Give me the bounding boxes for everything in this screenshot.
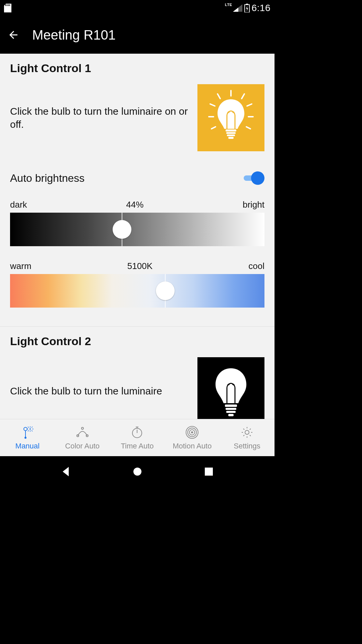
tab-label: Time Auto — [121, 442, 154, 450]
tab-settings[interactable]: Settings — [220, 419, 275, 456]
system-recent-button[interactable] — [203, 466, 215, 479]
status-bar: LTE 6:16 — [0, 0, 275, 16]
bulb-on-icon — [207, 89, 254, 146]
svg-rect-1 — [7, 4, 7, 6]
temperature-value: 5100K — [32, 261, 249, 271]
tab-label: Motion Auto — [173, 442, 212, 450]
bulb-instruction: Click the bulb to turn the luminaire on … — [10, 105, 189, 131]
svg-rect-18 — [228, 137, 234, 139]
svg-rect-0 — [5, 4, 6, 6]
temperature-slider[interactable] — [10, 274, 264, 308]
svg-line-13 — [212, 127, 216, 129]
signal-icon — [233, 4, 242, 12]
svg-point-26 — [29, 428, 31, 430]
svg-line-8 — [242, 94, 244, 99]
svg-rect-21 — [226, 411, 236, 413]
page-title: Meeting R101 — [32, 28, 116, 43]
tab-manual[interactable]: Manual — [0, 419, 55, 456]
auto-brightness-label: Auto brightness — [10, 172, 244, 184]
svg-rect-3 — [9, 4, 10, 6]
bulb-toggle-off-button[interactable] — [197, 357, 264, 419]
tab-motion-auto[interactable]: Motion Auto — [165, 419, 220, 456]
svg-line-9 — [210, 104, 215, 106]
tab-label: Color Auto — [65, 442, 100, 450]
motion-auto-icon — [185, 425, 199, 440]
svg-rect-19 — [225, 405, 237, 407]
light-control-1-section: Light Control 1 Click the bulb to turn t… — [0, 54, 275, 308]
temperature-thumb[interactable] — [156, 281, 175, 300]
svg-rect-22 — [228, 414, 234, 416]
svg-rect-20 — [226, 408, 236, 410]
gear-icon — [240, 425, 254, 440]
temperature-max-label: cool — [248, 261, 264, 271]
tab-time-auto[interactable]: Time Auto — [110, 419, 165, 456]
svg-point-23 — [24, 427, 27, 431]
tab-label: Manual — [15, 442, 40, 450]
svg-point-38 — [245, 430, 249, 434]
arrow-left-icon — [7, 29, 19, 41]
tab-label: Settings — [234, 442, 260, 450]
section-title: Light Control 2 — [10, 335, 264, 348]
back-button[interactable] — [5, 27, 21, 43]
light-control-2-section: Light Control 2 Click the bulb to turn t… — [0, 327, 275, 419]
content-scroll[interactable]: Light Control 1 Click the bulb to turn t… — [0, 54, 275, 419]
clock: 6:16 — [252, 3, 271, 13]
auto-brightness-toggle[interactable] — [244, 171, 264, 185]
temperature-slider-block: warm 5100K cool — [10, 261, 264, 308]
sd-card-icon — [4, 4, 11, 12]
battery-charging-icon — [244, 4, 250, 12]
system-nav-bar — [0, 456, 275, 488]
svg-point-29 — [81, 427, 83, 429]
svg-rect-15 — [226, 129, 236, 131]
bottom-nav: Manual Color Auto Time Auto Motion Auto … — [0, 419, 275, 456]
network-type: LTE — [225, 3, 232, 7]
auto-brightness-row: Auto brightness — [10, 171, 264, 185]
brightness-thumb[interactable] — [113, 220, 131, 239]
app-bar: Meeting R101 — [0, 16, 275, 54]
svg-rect-2 — [8, 4, 9, 6]
svg-point-34 — [191, 431, 193, 433]
brightness-value: 44% — [27, 200, 243, 210]
svg-point-27 — [77, 435, 79, 437]
bulb-off-icon — [207, 362, 254, 419]
svg-rect-17 — [227, 135, 235, 136]
svg-line-14 — [246, 127, 250, 129]
bulb-instruction: Click the bulb to turn the luminaire — [10, 384, 189, 397]
time-auto-icon — [130, 425, 144, 440]
tab-color-auto[interactable]: Color Auto — [55, 419, 110, 456]
brightness-slider-block: dark 44% bright — [10, 200, 264, 246]
svg-point-25 — [24, 437, 26, 439]
brightness-max-label: bright — [243, 200, 264, 210]
temperature-min-label: warm — [10, 261, 32, 271]
bulb-toggle-on-button[interactable] — [197, 84, 264, 151]
svg-line-7 — [218, 94, 220, 99]
svg-point-28 — [86, 435, 88, 437]
svg-rect-16 — [226, 132, 236, 134]
svg-rect-40 — [205, 468, 213, 476]
color-auto-icon — [75, 425, 90, 440]
brightness-min-label: dark — [10, 200, 27, 210]
section-title: Light Control 1 — [10, 62, 264, 75]
system-home-button[interactable] — [131, 466, 143, 479]
system-back-button[interactable] — [60, 466, 72, 479]
manual-icon — [20, 425, 35, 440]
svg-point-39 — [133, 468, 141, 476]
svg-line-10 — [247, 104, 252, 106]
brightness-slider[interactable] — [10, 213, 264, 246]
